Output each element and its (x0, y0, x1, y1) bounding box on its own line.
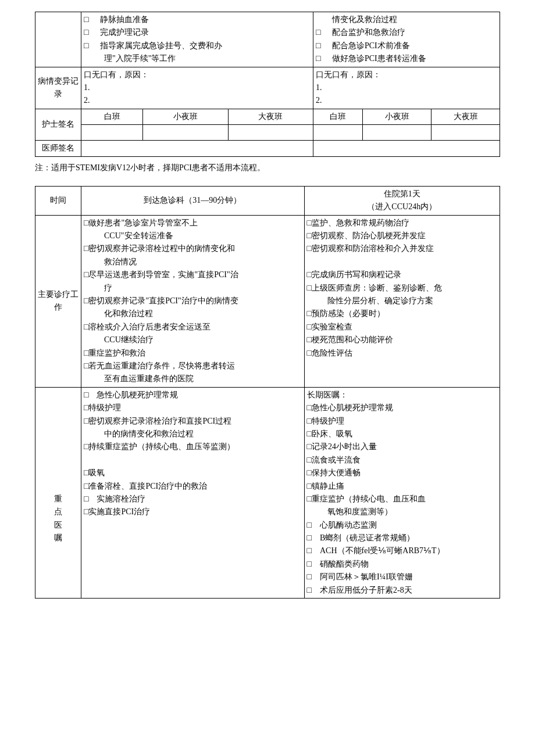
checkbox-icon[interactable]: □ (307, 442, 312, 451)
item-text-cont: 疗 (84, 284, 112, 292)
table-row: 护士签名 白班 小夜班 大夜班 白班 小夜班 大夜班 (35, 109, 500, 124)
nurse-sign-field[interactable] (228, 125, 313, 141)
checkbox-icon[interactable]: □ (307, 323, 312, 331)
cell-variation-left: 口无口有，原因： 1. 2. (81, 67, 313, 109)
item-text: 密切观察并记录溶栓治疗和直接PCI过程 (88, 417, 231, 425)
checkbox-icon[interactable]: □ (84, 13, 92, 26)
item-text: 特级护理 (88, 403, 121, 412)
checkbox-icon[interactable]: □ (307, 403, 312, 412)
checkbox-icon[interactable]: □ (307, 218, 312, 227)
item-text: 心肌酶动态监测 (320, 521, 377, 529)
row-header-variation: 病情变异记录 (35, 67, 81, 109)
table-row: 时间 到达急诊科（31—90分钟） 住院第1天 （进入CCU24h内） (35, 186, 500, 215)
cell-right-items: 情变化及救治过程 □ 配合监护和急救治疗 □ 配合急诊PCI术前准备 □ 做好急… (313, 12, 500, 67)
label-char: 点 (54, 507, 62, 516)
checkbox-icon[interactable]: □ (307, 521, 312, 529)
shift-header: 小夜班 (363, 109, 431, 124)
item-text: 实验室检查 (312, 323, 352, 331)
item-text: 危险性评估 (312, 349, 352, 357)
section-head: 长期医嘱： (307, 390, 348, 399)
table-row: 重 点 医 嘱 □ 急性心肌梗死护理常规 □特级护理 □密切观察并记录溶栓治疗和… (35, 387, 500, 598)
col-header-time: 时间 (35, 186, 81, 215)
label-char: 重 (54, 495, 62, 503)
item-text: 实施直接PCI治疗 (88, 507, 150, 516)
header-line1: 住院第1天 (384, 189, 420, 198)
checkbox-icon[interactable]: □ (307, 456, 312, 464)
item-text-cont: 救治情况 (84, 257, 137, 266)
line-2[interactable]: 2. (84, 96, 90, 105)
checkbox-icon[interactable]: □ (84, 390, 88, 399)
checkbox-icon[interactable]: □ (307, 244, 312, 253)
item-text: 镇静止痛 (312, 482, 344, 490)
table-row: 病情变异记录 口无口有，原因： 1. 2. 口无口有，原因： 1. 2. (35, 67, 500, 109)
checkbox-icon[interactable]: □ (307, 417, 312, 425)
item-text: 尽早运送患者到导管室，实施"直接PCI"治 (88, 270, 238, 279)
checkbox-icon[interactable]: □ (84, 26, 92, 39)
doctor-sign-field[interactable] (313, 141, 500, 156)
item-text: 若无血运重建治疗条件，尽快将患者转运 (88, 361, 235, 370)
checkbox-icon[interactable]: □ (307, 231, 312, 240)
line-1[interactable]: 1. (84, 83, 90, 92)
checkbox-icon[interactable]: □ (307, 349, 312, 357)
item-text: 卧床、吸氧 (312, 429, 352, 438)
item-text: 流食或半流食 (312, 456, 361, 464)
cell-mainwork-left: □做好患者"急诊室片导管室不上 CCU"安全转运准备 □密切观察并记录溶栓过程中… (81, 215, 305, 387)
item-text: 预防感染（必要时） (312, 309, 385, 318)
checkbox-icon[interactable]: □ (307, 284, 312, 292)
checkbox-icon[interactable]: □ (316, 40, 324, 52)
checkbox-icon[interactable]: □ (316, 52, 324, 65)
checkbox-icon[interactable]: □ (84, 495, 88, 503)
checkbox-icon[interactable]: □ (307, 429, 312, 438)
checkbox-icon[interactable]: □ (307, 309, 312, 318)
variation-options[interactable]: 口无口有，原因： (84, 70, 149, 79)
checkbox-icon[interactable]: □ (307, 468, 312, 477)
nurse-sign-field[interactable] (313, 125, 362, 141)
item-text-cont: CCU继续治疗 (84, 335, 154, 344)
shift-header: 小夜班 (143, 109, 228, 124)
checkbox-icon[interactable]: □ (307, 572, 312, 581)
item-text: 静脉抽血准备 (100, 15, 149, 24)
checkbox-icon[interactable]: □ (307, 482, 312, 490)
doctor-sign-field[interactable] (81, 141, 313, 156)
item-text: 重症监护和救治 (88, 349, 145, 357)
checkbox-icon[interactable]: □ (307, 335, 312, 344)
item-text: 实施溶栓治疗 (97, 495, 145, 503)
item-text: B螂剂（磅忌证者常规蛹） (320, 533, 415, 542)
item-text: 密切观察并记录"直接PCI"治疗中的病情变 (88, 296, 238, 305)
checkbox-icon[interactable]: □ (307, 533, 312, 542)
item-text: 准备溶栓、直接PCI治疗中的救治 (88, 482, 207, 490)
nurse-sign-field[interactable] (143, 125, 228, 141)
line-1[interactable]: 1. (316, 83, 322, 92)
nurse-sign-field[interactable] (81, 125, 143, 141)
checkbox-icon[interactable]: □ (307, 546, 312, 555)
variation-options[interactable]: 口无口有，原因： (316, 70, 381, 79)
checkbox-icon[interactable]: □ (316, 26, 324, 39)
item-text: 密切观察、防治心肌梗死并发症 (312, 231, 426, 240)
nurse-sign-field[interactable] (431, 125, 500, 141)
shift-header: 白班 (313, 109, 362, 124)
shift-header: 大夜班 (431, 109, 500, 124)
item-text-cont: 险性分层分析、确定诊疗方案 (307, 296, 433, 305)
cell-mainwork-right: □监护、急救和常规药物治疗 □密切观察、防治心肌梗死并发症 □密切观察和防治溶栓… (304, 215, 500, 387)
checkbox-icon[interactable]: □ (307, 495, 312, 503)
cell-orders-right: 长期医嘱： □急性心肌梗死护理常规 □特级护理 □卧床、吸氧 □记录24小时出入… (304, 387, 500, 598)
row-header-nurse-sign: 护士签名 (35, 109, 81, 140)
checkbox-icon[interactable]: □ (84, 40, 92, 52)
item-text: 情变化及救治过程 (332, 15, 397, 24)
header-line2: （进入CCU24h内） (367, 202, 437, 211)
checkbox-icon[interactable]: □ (307, 270, 312, 279)
table-row: 医师签名 (35, 141, 500, 156)
item-text: 急性心肌梗死护理常规 (312, 403, 393, 412)
item-text: 吸氧 (88, 468, 105, 477)
line-2[interactable]: 2. (316, 96, 322, 105)
item-text-cont: 中的病情变化和救治过程 (84, 429, 194, 438)
item-text: 保持大便通畅 (312, 468, 361, 477)
item-text: 做好急诊PCI患者转运准备 (332, 54, 426, 63)
item-text: 监护、急救和常规药物治疗 (312, 218, 409, 227)
item-text: 溶栓或介入治疗后患者安全运送至 (88, 323, 211, 331)
nurse-sign-field[interactable] (363, 125, 431, 141)
checkbox-icon[interactable]: □ (307, 560, 312, 568)
empty-cell (35, 12, 81, 67)
item-text: 密切观察和防治溶栓和介入并发症 (312, 244, 434, 253)
checkbox-icon[interactable]: □ (307, 586, 312, 594)
